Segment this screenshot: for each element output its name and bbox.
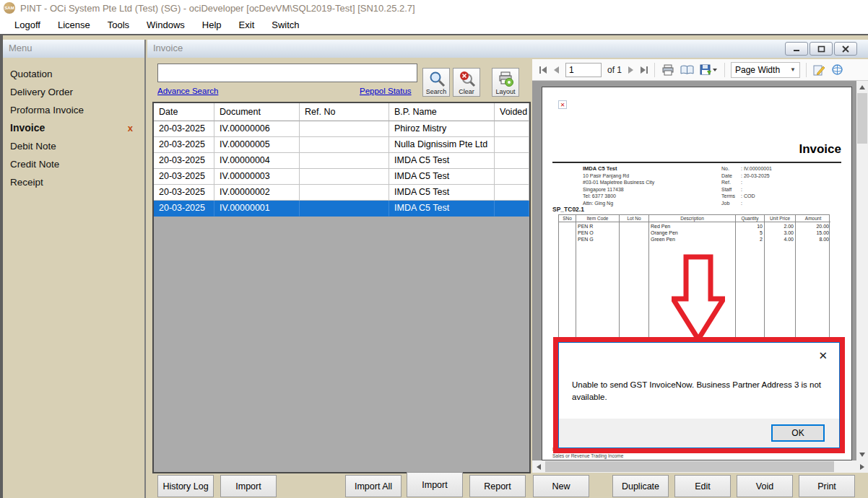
sidebar-item-delivery-order[interactable]: Delivery Order	[3, 83, 144, 101]
import-all-button[interactable]: Import All	[345, 475, 402, 497]
layout-button[interactable]: Layout	[492, 68, 519, 97]
horizontal-scrollbar[interactable]	[532, 460, 868, 473]
search-icon	[428, 71, 446, 88]
printer-layout-icon	[498, 71, 515, 88]
col-header-bp-name[interactable]: B.P. Name	[389, 103, 495, 121]
edit-layout-button[interactable]	[813, 64, 825, 76]
sidebar-item-receipt[interactable]: Receipt	[3, 173, 144, 191]
restore-button[interactable]	[810, 42, 833, 56]
dialog-close-icon[interactable]: ✕	[818, 350, 828, 361]
col-header-date[interactable]: Date	[154, 103, 214, 121]
horizontal-scroll-thumb[interactable]	[545, 461, 834, 472]
publish-globe-button[interactable]	[831, 64, 843, 76]
menu-item-license[interactable]: License	[49, 17, 99, 32]
col-header-document[interactable]: Document	[214, 103, 300, 121]
import-button[interactable]: Import	[220, 475, 277, 497]
minimize-button[interactable]	[785, 42, 808, 56]
clear-icon	[459, 71, 476, 88]
menu-item-exit[interactable]: Exit	[230, 17, 264, 32]
menu-bar: Logoff License Tools Windows Help Exit S…	[0, 16, 868, 34]
next-page-button[interactable]	[625, 64, 638, 77]
annotation-highlight-box: ✕ Unable to send GST InvoiceNow. Busines…	[553, 337, 845, 453]
export-save-button[interactable]	[700, 64, 718, 76]
table-row[interactable]: 20-03-2025IV.00000003IMDA C5 Test	[154, 169, 529, 185]
prev-page-icon	[552, 66, 560, 74]
invoice-panel-title: Invoice	[147, 40, 532, 58]
broken-image-icon: ✕	[558, 100, 567, 109]
sidebar-items: Quotation Delivery Order Proforma Invoic…	[3, 58, 144, 191]
void-button[interactable]: Void	[737, 475, 793, 497]
toolbar-separator	[654, 63, 655, 77]
zoom-mode-value: Page Width	[735, 65, 780, 75]
menu-item-tools[interactable]: Tools	[99, 17, 138, 32]
sidebar-item-invoice[interactable]: Invoice x	[3, 119, 144, 137]
table-row[interactable]: 20-03-2025IV.00000005Nulla Dignissim Pte…	[154, 137, 529, 153]
import-2-button[interactable]: Import	[407, 472, 463, 497]
col-header-ref-no[interactable]: Ref. No	[300, 103, 389, 121]
table-row[interactable]: 20-03-2025IV.00000006Phiroz Mistry	[154, 121, 529, 137]
restore-icon	[817, 45, 825, 53]
first-page-button[interactable]	[537, 64, 550, 77]
grid-header: Date Document Ref. No B.P. Name Voided	[154, 103, 529, 121]
edit-pencil-icon	[813, 64, 825, 76]
next-page-icon	[628, 66, 635, 74]
title-rule	[552, 162, 841, 163]
zoom-mode-select[interactable]: Page Width ▼	[731, 62, 800, 78]
scroll-left-icon[interactable]	[532, 460, 544, 473]
page-setup-button[interactable]	[680, 65, 694, 75]
duplicate-button[interactable]: Duplicate	[612, 475, 669, 497]
vertical-scroll-thumb[interactable]	[857, 93, 867, 144]
menu-item-switch[interactable]: Switch	[263, 17, 308, 32]
close-tab-icon[interactable]: x	[128, 119, 133, 137]
table-row[interactable]: 20-03-2025IV.00000004IMDA C5 Test	[154, 153, 529, 169]
col-header-voided[interactable]: Voided	[495, 103, 529, 121]
vertical-scrollbar[interactable]	[856, 81, 868, 460]
app-logo-icon: SAM	[4, 2, 15, 14]
history-log-button[interactable]: History Log	[157, 475, 214, 497]
menu-item-logoff[interactable]: Logoff	[6, 17, 49, 32]
ok-button[interactable]: OK	[771, 424, 825, 442]
invoice-list-grid: Date Document Ref. No B.P. Name Voided 2…	[152, 102, 531, 473]
toolbar-separator	[806, 63, 807, 77]
last-page-icon	[640, 66, 648, 74]
scroll-down-icon[interactable]	[856, 448, 868, 460]
sidebar-item-credit-note[interactable]: Credit Note	[3, 155, 144, 173]
report-button[interactable]: Report	[469, 475, 526, 497]
clear-button[interactable]: Clear	[453, 68, 480, 97]
table-row[interactable]: 20-03-2025IV.00000002IMDA C5 Test	[154, 185, 529, 201]
table-row-selected[interactable]: 20-03-2025IV.00000001IMDA C5 Test	[154, 201, 529, 217]
close-button[interactable]	[834, 42, 857, 56]
sidebar-item-debit-note[interactable]: Debit Note	[3, 137, 144, 155]
save-icon	[700, 64, 712, 76]
dialog-footer: OK	[559, 419, 839, 447]
preview-items-header: SNo Item Code Lot No Description Quantit…	[559, 215, 829, 222]
template-code: SP_TC02.1	[552, 206, 584, 213]
advance-search-link[interactable]: Advance Search	[157, 87, 218, 95]
minimize-icon	[793, 45, 800, 52]
page-setup-icon	[680, 65, 694, 75]
client-top-edge	[0, 34, 868, 35]
sidebar-item-proforma-invoice[interactable]: Proforma Invoice	[3, 101, 144, 119]
prev-page-button[interactable]	[550, 64, 563, 77]
invoice-info-block: No.: IV.00000001 Date: 20-03-2025 Ref.: …	[721, 165, 772, 206]
toolbar-separator	[724, 63, 725, 77]
app-window: SAM PINT - OCi System Pte Ltd (Test) (SG…	[0, 0, 868, 498]
page-count-label: of 1	[607, 65, 622, 75]
scroll-up-icon[interactable]	[856, 81, 868, 93]
print-button[interactable]: Print	[799, 475, 855, 497]
menu-item-help[interactable]: Help	[194, 17, 230, 32]
edit-button[interactable]: Edit	[674, 475, 731, 497]
print-report-button[interactable]	[661, 64, 674, 76]
scroll-right-icon[interactable]	[856, 460, 868, 473]
window-title: PINT - OCi System Pte Ltd (Test) (SG) - …	[20, 3, 415, 14]
sidebar-item-quotation[interactable]: Quotation	[3, 65, 144, 83]
last-page-button[interactable]	[638, 64, 651, 77]
search-button[interactable]: Search	[422, 68, 450, 97]
customer-address-block: IMDA C5 Test 10 Pasir Panjang Rd #03-01 …	[583, 165, 654, 206]
search-input[interactable]	[157, 64, 417, 82]
page-number-input[interactable]	[565, 63, 602, 77]
new-button[interactable]: New	[533, 475, 589, 497]
peppol-status-link[interactable]: Peppol Status	[360, 87, 412, 95]
error-dialog: ✕ Unable to send GST InvoiceNow. Busines…	[558, 342, 840, 448]
menu-item-windows[interactable]: Windows	[138, 17, 194, 32]
